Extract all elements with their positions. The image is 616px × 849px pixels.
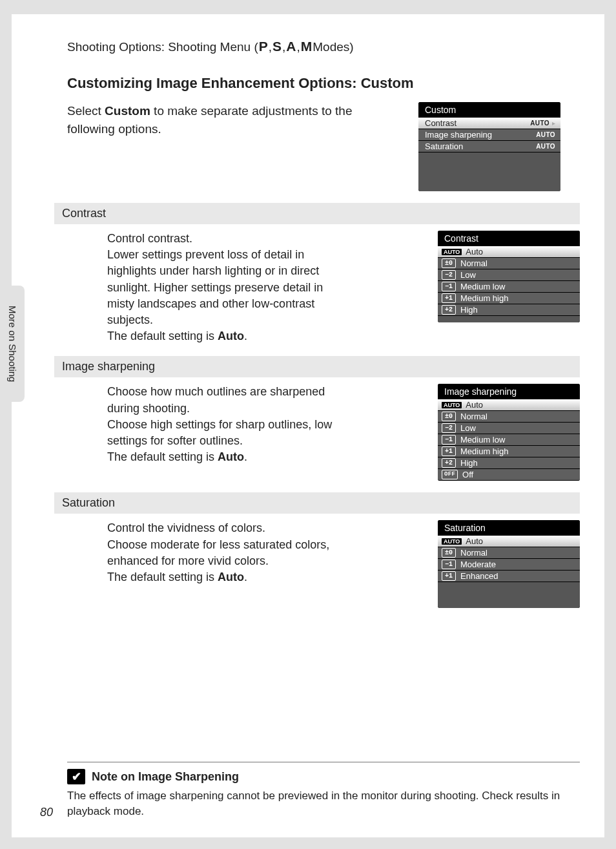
screen-row: −2Low [438,269,580,281]
value-pill: +2 [442,458,456,468]
value-pill: OFF [442,470,458,479]
breadcrumb-prefix: Shooting Options: Shooting Menu ( [67,40,258,54]
screen-row-label: Moderate [458,560,575,569]
value-pill: −1 [442,560,456,569]
screen-title: Image sharpening [438,384,580,399]
screen-row-label: Auto [463,400,575,410]
screen-row: +2High [438,457,580,469]
auto-tag: AUTO [442,538,462,545]
value-pill: +2 [442,305,456,315]
value-pill: −1 [442,282,456,291]
screen-row-label: Normal [458,548,575,558]
screen-custom: Custom ContrastAUTO▸Image sharpeningAUTO… [418,102,560,191]
screen-title: Saturation [438,520,580,536]
screen-row: AUTOAuto [438,399,580,411]
screen-row: ±0Normal [438,547,580,559]
section-header-contrast: Contrast [54,203,580,224]
screen-row: ±0Normal [438,411,580,423]
value-pill: −2 [442,270,456,280]
section-desc-sharpening: Choose how much outlines are sharpened d… [67,384,351,465]
check-icon: ✔ [67,769,85,784]
value-pill: +1 [442,293,456,303]
screen-row-label: High [458,458,575,468]
side-tab-label: More on Shooting [7,306,18,382]
screen-row: −1Medium low [438,434,580,446]
screen-row: −1Moderate [438,559,580,571]
screen-contrast: ContrastAUTOAuto±0Normal−2Low−1Medium lo… [438,231,580,322]
breadcrumb: Shooting Options: Shooting Menu ( P, S, … [67,39,580,54]
screen-row-label: Enhanced [458,571,575,581]
screen-custom-title: Custom [418,102,560,118]
page-number: 80 [40,806,53,819]
screen-row-label: Low [458,270,575,280]
value-pill: −2 [442,423,456,433]
screen-row-badge: AUTO [536,143,555,150]
screen-row: +1Enhanced [438,571,580,582]
screen-row-label: Medium high [458,446,575,456]
side-tab: More on Shooting [0,286,25,402]
caret-icon: ▸ [549,120,555,127]
mode-letter: A [285,39,296,54]
screen-row: −1Medium low [438,281,580,293]
value-pill: +1 [442,446,456,456]
screen-row: OFFOff [438,469,580,481]
screen-row-label: Medium high [458,293,575,303]
screen-row: +1Medium high [438,293,580,304]
section-header-sharpening: Image sharpening [54,356,580,377]
screen-row-label: Image sharpening [422,130,536,140]
screen-row: ±0Normal [438,258,580,269]
screen-row-label: Auto [463,247,575,257]
value-pill: ±0 [442,548,456,558]
value-pill: −1 [442,435,456,445]
screen-row-label: Contrast [422,118,530,128]
screen-row-badge: AUTO [536,131,555,138]
screen-row: −2Low [438,423,580,434]
screen-row-label: Auto [463,536,575,546]
section-desc-contrast: Control contrast.Lower settings prevent … [67,231,351,344]
mode-letter: M [300,39,313,54]
section-block-contrast: Control contrast.Lower settings prevent … [67,231,580,344]
page-title: Customizing Image Enhancement Options: C… [67,75,580,92]
screen-row-label: Saturation [422,142,536,151]
note-box: ✔ Note on Image Sharpening The effects o… [67,762,580,819]
screen-row-label: Medium low [458,282,575,291]
mode-letter: S [272,39,282,54]
value-pill: +1 [442,571,456,581]
screen-row-badge: AUTO [530,120,549,127]
screen-row: +1Medium high [438,446,580,457]
section-header-saturation: Saturation [54,492,580,514]
value-pill: ±0 [442,258,456,268]
breadcrumb-modes: P, S, A, M [258,39,313,54]
screen-title: Contrast [438,231,580,246]
screen-row-label: Low [458,423,575,433]
screen-row-label: High [458,305,575,315]
section-block-saturation: Control the vividness of colors.Choose m… [67,520,580,608]
auto-tag: AUTO [442,402,462,408]
screen-row: AUTOAuto [438,536,580,547]
auto-tag: AUTO [442,249,462,255]
screen-row: ContrastAUTO▸ [418,118,560,129]
screen-sharpening: Image sharpeningAUTOAuto±0Normal−2Low−1M… [438,384,580,481]
note-title: Note on Image Sharpening [92,770,239,784]
screen-row-label: Normal [458,412,575,421]
screen-row-label: Off [460,470,575,479]
intro-text: Select Custom to make separate adjustmen… [67,102,403,138]
screen-row-label: Medium low [458,435,575,445]
screen-row: SaturationAUTO [418,141,560,152]
screen-saturation: SaturationAUTOAuto±0Normal−1Moderate+1En… [438,520,580,608]
section-block-sharpening: Choose how much outlines are sharpened d… [67,384,580,481]
section-desc-saturation: Control the vividness of colors.Choose m… [67,520,351,585]
screen-row: Image sharpeningAUTO [418,129,560,141]
note-body: The effects of image sharpening cannot b… [67,788,580,819]
mode-letter: P [258,39,269,54]
value-pill: ±0 [442,412,456,421]
breadcrumb-suffix: Modes) [313,40,353,54]
screen-row: +2High [438,304,580,316]
screen-row-label: Normal [458,258,575,268]
screen-row: AUTOAuto [438,246,580,258]
